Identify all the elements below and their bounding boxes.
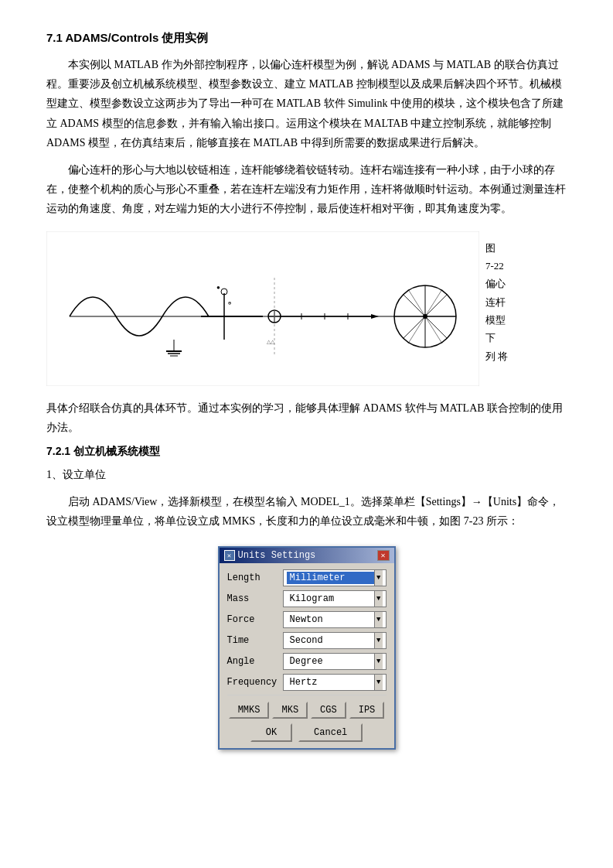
select-time-value: Second	[287, 634, 375, 647]
select-angle-arrow[interactable]: ▼	[374, 654, 382, 669]
preset-buttons-row: MMKS MKS CGS IPS	[227, 702, 387, 719]
select-frequency[interactable]: Hertz ▼	[283, 674, 387, 691]
titlebar-left: ✕ Units Settings	[224, 550, 316, 561]
ok-button[interactable]: OK	[250, 723, 292, 742]
dialog-body: Length Millimeter ▼ Mass Kilogram ▼ Forc…	[220, 563, 394, 748]
select-force-value: Newton	[287, 613, 375, 626]
select-time[interactable]: Second ▼	[283, 632, 387, 649]
dialog-icon: ✕	[224, 550, 235, 561]
section-title: 7.1 ADAMS/Controls 使用实例	[46, 31, 567, 46]
caption-lie: 列 将	[485, 347, 541, 365]
cancel-button[interactable]: Cancel	[298, 723, 363, 742]
label-time: Time	[227, 635, 283, 646]
figure-caption: 图 7-22 偏心 连杆 模型 下 列 将	[479, 231, 541, 386]
select-force-arrow[interactable]: ▼	[374, 612, 382, 627]
label-length: Length	[227, 572, 283, 583]
preset-mmks-button[interactable]: MMKS	[229, 702, 270, 719]
divider	[227, 695, 387, 695]
subsection-para-1: 启动 ADAMS/View，选择新模型，在模型名输入 MODEL_1。选择菜单栏…	[46, 492, 567, 531]
select-mass-value: Kilogram	[287, 593, 375, 605]
dialog-row-angle: Angle Degree ▼	[227, 653, 387, 670]
dialog-row-frequency: Frequency Hertz ▼	[227, 674, 387, 691]
select-length[interactable]: Millimeter ▼	[283, 569, 387, 586]
post-figure-text: 具体介绍联合仿真的具体环节。通过本实例的学习，能够具体理解 ADAMS 软件与 …	[46, 398, 567, 437]
dialog-close-button[interactable]: ✕	[377, 550, 390, 561]
svg-point-20	[423, 314, 427, 319]
select-angle-value: Degree	[287, 655, 375, 668]
select-frequency-arrow[interactable]: ▼	[374, 675, 382, 690]
dialog-titlebar: ✕ Units Settings ✕	[220, 548, 394, 563]
dialog-wrapper: ✕ Units Settings ✕ Length Millimeter ▼ M…	[46, 546, 567, 750]
preset-ips-button[interactable]: IPS	[349, 702, 385, 719]
select-length-value: Millimeter	[287, 572, 375, 584]
select-length-arrow[interactable]: ▼	[374, 570, 382, 586]
units-settings-dialog: ✕ Units Settings ✕ Length Millimeter ▼ M…	[218, 546, 396, 750]
select-time-arrow[interactable]: ▼	[374, 633, 382, 648]
caption-num: 7-22	[485, 257, 541, 275]
preset-mks-button[interactable]: MKS	[272, 702, 308, 719]
paragraph-2: 偏心连杆的形心与大地以铰链相连，连杆能够绕着铰链转动。连杆右端连接有一种小球，由…	[46, 160, 567, 219]
select-angle[interactable]: Degree ▼	[283, 653, 387, 670]
select-frequency-value: Hertz	[287, 676, 375, 689]
dialog-row-length: Length Millimeter ▼	[227, 569, 387, 586]
label-angle: Angle	[227, 656, 283, 667]
caption-tu: 图	[485, 239, 541, 257]
caption-pian: 偏心	[485, 275, 541, 292]
select-force[interactable]: Newton ▼	[283, 611, 387, 628]
figure-area: ● △△ ⊕ 图 7-22 偏心 连杆 模型 下 列 将	[46, 231, 567, 386]
dialog-title: Units Settings	[238, 550, 316, 561]
label-force: Force	[227, 614, 283, 625]
svg-text:△△: △△	[267, 339, 275, 345]
caption-lian: 连杆	[485, 293, 541, 311]
caption-model: 模型	[485, 311, 541, 329]
caption-xia: 下	[485, 329, 541, 347]
figure-svg: ● △△ ⊕	[46, 231, 479, 386]
select-mass[interactable]: Kilogram ▼	[283, 590, 387, 607]
ok-cancel-row: OK Cancel	[227, 723, 387, 742]
dialog-row-mass: Mass Kilogram ▼	[227, 590, 387, 607]
label-frequency: Frequency	[227, 677, 283, 688]
select-mass-arrow[interactable]: ▼	[374, 591, 382, 607]
subsection-title: 7.2.1 创立机械系统模型	[46, 445, 567, 459]
svg-text:⊕: ⊕	[228, 300, 231, 306]
preset-cgs-button[interactable]: CGS	[311, 702, 346, 719]
dialog-row-force: Force Newton ▼	[227, 611, 387, 628]
label-mass: Mass	[227, 593, 283, 604]
dialog-row-time: Time Second ▼	[227, 632, 387, 649]
figure-canvas: ● △△ ⊕	[46, 231, 479, 386]
svg-text:●: ●	[216, 284, 220, 291]
item-1-label: 1、设立单位	[46, 465, 567, 484]
paragraph-1: 本实例以 MATLAB 作为外部控制程序，以偏心连杆模型为例，解说 ADAMS …	[46, 55, 567, 152]
